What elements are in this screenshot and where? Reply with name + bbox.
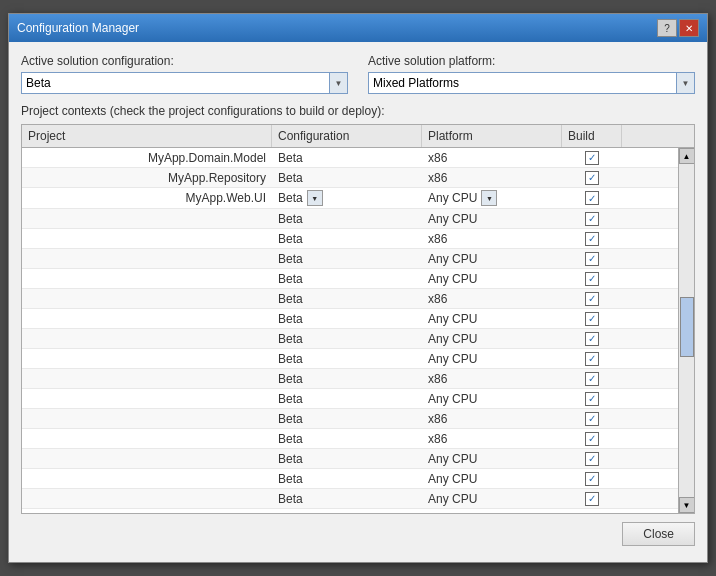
build-checkbox[interactable]: ✓	[585, 392, 599, 406]
cell-build[interactable]: ✓	[562, 349, 622, 368]
build-checkbox[interactable]: ✓	[585, 332, 599, 346]
scrollbar-thumb[interactable]	[680, 297, 694, 357]
cell-platform: Any CPU	[422, 209, 562, 228]
header-project: Project	[22, 125, 272, 147]
cell-project	[22, 469, 272, 488]
cell-build[interactable]: ✓	[562, 209, 622, 228]
window-close-button[interactable]: ✕	[679, 19, 699, 37]
table-row: MyApp.Web.UIBeta▼Any CPU▼✓	[22, 188, 678, 209]
active-platform-select[interactable]: Mixed Platforms Any CPU x86 x64	[369, 73, 676, 93]
scrollbar-track[interactable]: ▲ ▼	[678, 148, 694, 513]
cell-project	[22, 409, 272, 428]
active-platform-group: Active solution platform: Mixed Platform…	[368, 54, 695, 94]
active-platform-arrow: ▼	[676, 73, 694, 93]
cell-build[interactable]: ✓	[562, 168, 622, 187]
build-checkbox[interactable]: ✓	[585, 372, 599, 386]
table-row: MyApp.RepositoryBetax86✓	[22, 168, 678, 188]
build-checkbox[interactable]: ✓	[585, 432, 599, 446]
cell-build[interactable]: ✓	[562, 369, 622, 388]
build-checkbox[interactable]: ✓	[585, 292, 599, 306]
cell-build[interactable]: ✓	[562, 249, 622, 268]
cell-build[interactable]: ✓	[562, 309, 622, 328]
table-row: MyApp.Domain.ModelBetax86✓	[22, 148, 678, 168]
cell-build[interactable]: ✓	[562, 429, 622, 448]
cell-platform: x86	[422, 369, 562, 388]
cell-build[interactable]: ✓	[562, 188, 622, 208]
title-bar-buttons: ? ✕	[657, 19, 699, 37]
cell-config: Beta	[272, 449, 422, 468]
cell-build[interactable]: ✓	[562, 269, 622, 288]
cell-platform[interactable]: Any CPU▼	[422, 188, 562, 208]
cell-platform: x86	[422, 429, 562, 448]
cell-config: Beta	[272, 209, 422, 228]
form-row: Active solution configuration: Beta Rele…	[21, 54, 695, 94]
build-checkbox[interactable]: ✓	[585, 212, 599, 226]
cell-build[interactable]: ✓	[562, 289, 622, 308]
cell-project	[22, 369, 272, 388]
cell-project	[22, 389, 272, 408]
table-row: BetaAny CPU✓	[22, 349, 678, 369]
config-dropdown-button[interactable]: ▼	[307, 190, 323, 206]
cell-config: Beta	[272, 349, 422, 368]
build-checkbox[interactable]: ✓	[585, 252, 599, 266]
cell-platform: x86	[422, 229, 562, 248]
help-button[interactable]: ?	[657, 19, 677, 37]
cell-config: Beta	[272, 409, 422, 428]
scrollbar-up-button[interactable]: ▲	[679, 148, 695, 164]
cell-project: MyApp.Domain.Model	[22, 148, 272, 167]
cell-build[interactable]: ✓	[562, 229, 622, 248]
cell-build[interactable]: ✓	[562, 148, 622, 167]
header-configuration: Configuration	[272, 125, 422, 147]
build-checkbox[interactable]: ✓	[585, 191, 599, 205]
table-row: Betax86✓	[22, 429, 678, 449]
cell-build[interactable]: ✓	[562, 469, 622, 488]
cell-project	[22, 429, 272, 448]
cell-build[interactable]: ✓	[562, 409, 622, 428]
cell-config: Beta	[272, 309, 422, 328]
cell-build[interactable]: ✓	[562, 449, 622, 468]
build-checkbox[interactable]: ✓	[585, 272, 599, 286]
cell-config: Beta	[272, 369, 422, 388]
close-button[interactable]: Close	[622, 522, 695, 546]
cell-platform: Any CPU	[422, 249, 562, 268]
cell-platform: Any CPU	[422, 449, 562, 468]
build-checkbox[interactable]: ✓	[585, 492, 599, 506]
build-checkbox[interactable]: ✓	[585, 312, 599, 326]
cell-build[interactable]: ✓	[562, 389, 622, 408]
configuration-manager-window: Configuration Manager ? ✕ Active solutio…	[8, 13, 708, 563]
table-row: BetaAny CPU✓	[22, 209, 678, 229]
table-header: Project Configuration Platform Build	[22, 125, 694, 148]
scrollbar-down-button[interactable]: ▼	[679, 497, 695, 513]
cell-config: Beta	[272, 429, 422, 448]
cell-platform: Any CPU	[422, 349, 562, 368]
build-checkbox[interactable]: ✓	[585, 412, 599, 426]
table-row: BetaAny CPU✓	[22, 469, 678, 489]
active-config-arrow: ▼	[329, 73, 347, 93]
cell-project	[22, 309, 272, 328]
scrollbar-thumb-area	[679, 164, 694, 497]
active-config-select[interactable]: Beta Release Debug	[22, 73, 329, 93]
cell-project	[22, 349, 272, 368]
platform-dropdown-button[interactable]: ▼	[481, 190, 497, 206]
cell-build[interactable]: ✓	[562, 329, 622, 348]
cell-config: Beta	[272, 489, 422, 508]
build-checkbox[interactable]: ✓	[585, 452, 599, 466]
build-checkbox[interactable]: ✓	[585, 472, 599, 486]
build-checkbox[interactable]: ✓	[585, 151, 599, 165]
active-config-select-wrapper[interactable]: Beta Release Debug ▼	[21, 72, 348, 94]
window-body: Active solution configuration: Beta Rele…	[9, 42, 707, 562]
build-checkbox[interactable]: ✓	[585, 171, 599, 185]
build-checkbox[interactable]: ✓	[585, 232, 599, 246]
footer: Close	[21, 514, 695, 550]
cell-config: Beta	[272, 168, 422, 187]
table-row: BetaAny CPU✓	[22, 389, 678, 409]
active-platform-select-wrapper[interactable]: Mixed Platforms Any CPU x86 x64 ▼	[368, 72, 695, 94]
cell-build[interactable]: ✓	[562, 489, 622, 508]
table-row: BetaAny CPU✓	[22, 449, 678, 469]
cell-config[interactable]: Beta▼	[272, 188, 422, 208]
cell-project	[22, 289, 272, 308]
cell-platform: Any CPU	[422, 469, 562, 488]
header-platform: Platform	[422, 125, 562, 147]
cell-platform: Any CPU	[422, 329, 562, 348]
build-checkbox[interactable]: ✓	[585, 352, 599, 366]
